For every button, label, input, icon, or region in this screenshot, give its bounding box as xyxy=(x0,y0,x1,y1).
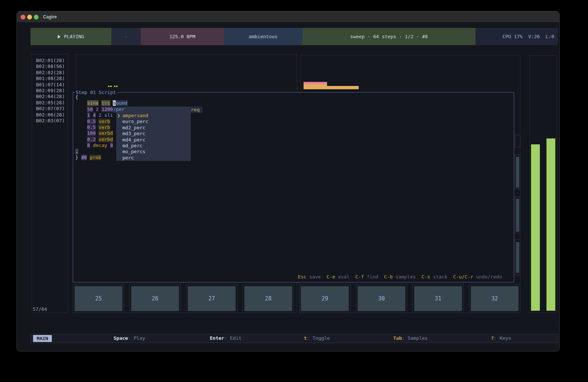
timeline-bar-orange-2 xyxy=(327,86,359,89)
step-cell[interactable]: 30 xyxy=(356,284,407,313)
pattern-info[interactable]: sweep · 64 steps · 1/2 · #8 xyxy=(302,28,476,45)
autocomplete-item[interactable]: md4_perc xyxy=(116,137,191,143)
step-cell[interactable]: 25 xyxy=(73,284,124,313)
step-cell[interactable]: 29 xyxy=(299,284,351,313)
pattern-list-item[interactable]: B01:07(14) xyxy=(36,82,65,88)
pattern-list-item[interactable]: B02:06(28) xyxy=(36,112,65,118)
autocomplete-item[interactable]: ❯ampersand xyxy=(116,113,191,119)
step-cell-label: 26 xyxy=(131,286,179,311)
pattern-list: B02:01(28)B02:08(56)B02:02(28)B01:08(28)… xyxy=(32,54,68,313)
playing-label: PLAYING xyxy=(64,34,84,39)
pattern-list-item[interactable]: B02:04(28) xyxy=(36,94,65,100)
code-line[interactable]: 8 decay 8 xyxy=(87,143,113,149)
code-line[interactable]: 0.5 verb xyxy=(87,119,110,125)
title-bar: Cagire xyxy=(17,11,559,22)
editor-title: Step 01 Script xyxy=(75,90,117,95)
bpm-display[interactable]: 125.0 BPM xyxy=(141,28,224,45)
code-line[interactable]: 0.5 verb xyxy=(87,125,110,131)
app-window: Cagire PLAYING · 125.0 BPM ambientous sw… xyxy=(17,11,560,352)
code-line[interactable]: sine tri sound xyxy=(87,100,128,107)
pattern-list-item[interactable]: B02:05(28) xyxy=(36,100,65,106)
scene-name[interactable]: ambientous xyxy=(224,28,302,45)
step-cell[interactable]: 26 xyxy=(129,284,181,313)
window-title: Cagire xyxy=(43,14,57,19)
code-line[interactable]: 1 4 2 sli xyxy=(87,112,113,119)
shortcut-hint: t: Toggle xyxy=(304,335,330,341)
autocomplete-item[interactable]: euro_perc xyxy=(116,119,191,125)
step-cell-label: 29 xyxy=(301,286,349,311)
pattern-list-item[interactable]: B02:09(28) xyxy=(36,88,65,94)
pattern-list-item[interactable]: B02:02(28) xyxy=(36,70,65,76)
position-marker xyxy=(108,86,119,87)
beat-indicator: · xyxy=(111,28,141,45)
minimize-icon[interactable] xyxy=(27,15,32,19)
mode-badge: MAIN xyxy=(33,335,52,342)
level-meter-right xyxy=(546,138,555,311)
autocomplete-item[interactable]: perc xyxy=(116,155,191,161)
pattern-list-item[interactable]: B02:03(07) xyxy=(36,118,65,124)
autocomplete-item[interactable]: mo_percs xyxy=(116,149,191,155)
code-line[interactable]: . xyxy=(75,149,78,155)
pattern-list-item[interactable]: B01:08(28) xyxy=(36,76,65,82)
play-icon xyxy=(58,35,61,39)
stack-slot-1 xyxy=(515,135,520,147)
autocomplete-item[interactable]: md2_perc xyxy=(116,125,191,131)
shortcut-hint: Enter: Edit xyxy=(210,335,241,341)
stack-slab-2 xyxy=(516,157,519,188)
timeline-bar-orange-1 xyxy=(304,84,327,89)
autocomplete-item[interactable]: md3_perc xyxy=(116,131,191,137)
step-cell-label: 32 xyxy=(471,286,519,311)
autocomplete-popup: ❯ampersandeuro_percmd2_percmd3_percmd4_p… xyxy=(116,107,191,161)
pattern-list-item[interactable]: B02:01(28) xyxy=(36,58,65,64)
step-cell-label: 27 xyxy=(188,286,236,311)
shortcut-hint: Tab: Samples xyxy=(393,335,428,341)
step-cell[interactable]: 28 xyxy=(243,284,294,313)
shortcut-hint: Space: Play xyxy=(114,335,145,341)
close-icon[interactable] xyxy=(21,15,25,19)
step-cell-label: 28 xyxy=(244,286,292,311)
zoom-icon[interactable] xyxy=(34,15,39,19)
step-cell-label: 25 xyxy=(75,286,122,311)
pattern-list-item[interactable]: B02:08(56) xyxy=(36,64,65,70)
autocomplete-item[interactable]: md_perc xyxy=(116,143,191,149)
transport-status[interactable]: PLAYING xyxy=(31,28,111,45)
bottom-status-bar: MAIN Space: PlayEnter: Editt: ToggleTab:… xyxy=(31,334,558,343)
step-cell-label: 31 xyxy=(414,286,462,311)
code-line[interactable]: 100 verbd xyxy=(87,130,113,137)
code-line[interactable]: 0.2 verbd xyxy=(87,137,113,143)
step-cell-label: 30 xyxy=(358,286,405,311)
step-cell[interactable]: 27 xyxy=(186,284,237,313)
code-line[interactable]: 50 2 1200/per xyxy=(87,107,125,113)
level-meter-left xyxy=(531,144,540,311)
script-editor[interactable]: Step 01 Script freq ❯ampersandeuro_percm… xyxy=(73,92,514,282)
code-line[interactable]: } 40 prob xyxy=(75,155,101,161)
step-cell-row: 2526272829303132 xyxy=(73,284,520,313)
code-line[interactable]: { xyxy=(75,94,78,101)
step-counter: 57/64 xyxy=(33,306,47,312)
pattern-list-item[interactable]: B02:07(07) xyxy=(36,106,65,112)
stack-slab-4 xyxy=(516,242,519,273)
shortcut-hint: ?: Keys xyxy=(491,335,511,341)
system-stats: CPU 17% V:26 L:0 xyxy=(476,28,558,45)
step-cell[interactable]: 31 xyxy=(412,284,464,313)
step-cell[interactable]: 32 xyxy=(469,284,520,313)
stack-slab-3 xyxy=(516,199,519,232)
editor-keybind-hints: Esc save C-e eval C-f find C-b samples C… xyxy=(298,274,502,280)
selection-caret-icon: ❯ xyxy=(117,113,120,119)
